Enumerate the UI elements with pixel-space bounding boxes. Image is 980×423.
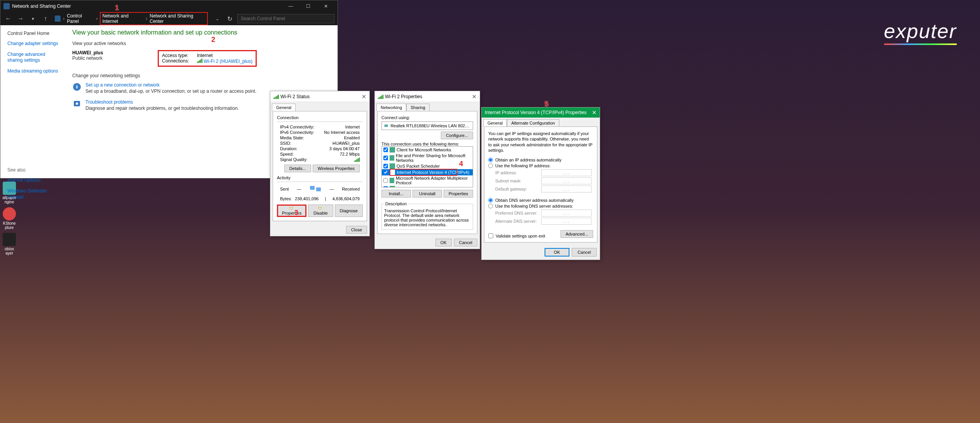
cancel-button[interactable]: Cancel (454, 239, 477, 246)
radio-label: Use the following DNS server addresses: (495, 204, 573, 208)
tab-alternate-config[interactable]: Alternate Configuration (507, 119, 559, 127)
sidebar: Control Panel Home Change adapter settin… (0, 25, 64, 178)
list-item[interactable]: Client for Microsoft Networks (382, 147, 473, 153)
list-item[interactable]: Microsoft Network Adapter Multiplexor Pr… (382, 175, 473, 185)
ip-address-field[interactable]: . . . (541, 169, 592, 176)
disable-button[interactable]: 🛡Disable (308, 205, 333, 217)
breadcrumb-segment[interactable]: Control Panel (67, 13, 94, 24)
item-checkbox[interactable] (383, 164, 388, 168)
cancel-button[interactable]: Cancel (572, 248, 597, 257)
desktop-icon[interactable]: oblox ayer (2, 233, 17, 255)
wireless-properties-button[interactable]: Wireless Properties (313, 165, 360, 172)
advanced-button[interactable]: Advanced... (560, 230, 593, 238)
refresh-button[interactable]: ↻ (225, 15, 234, 23)
section-title: Change your networking settings (72, 73, 330, 78)
dialog-title: Internet Protocol Version 4 (TCP/IPv4) P… (485, 110, 587, 115)
breadcrumb-segment[interactable]: Network and Sharing Center (150, 13, 205, 24)
field-label: Duration: (280, 146, 298, 151)
sidebar-link[interactable]: Media streaming options (7, 68, 61, 75)
field-label: SSID: (280, 141, 291, 146)
close-button[interactable]: ✕ (592, 109, 597, 116)
sidebar-seealso-title: See also (7, 167, 61, 173)
details-button[interactable]: Details... (284, 165, 311, 172)
adapter-icon (384, 123, 388, 128)
item-checkbox[interactable] (383, 178, 388, 183)
maximize-button[interactable]: ☐ (299, 1, 317, 12)
shield-icon: 🛡 (318, 206, 322, 211)
close-button[interactable]: ✕ (362, 94, 366, 100)
svg-rect-5 (385, 125, 388, 127)
setup-connection-link[interactable]: Set up a new connection or network (85, 82, 256, 88)
search-input[interactable] (237, 14, 334, 23)
install-button[interactable]: Install... (381, 190, 411, 198)
ok-button[interactable]: OK (435, 239, 452, 246)
list-item[interactable]: Internet Protocol Version 4 (TCP/IPv4) (382, 169, 473, 175)
diagnose-button[interactable]: Diagnose (335, 205, 363, 217)
obtain-dns-auto-radio[interactable] (488, 198, 493, 203)
dialog-titlebar: Wi-Fi 2 Status ✕ (270, 91, 369, 102)
list-item[interactable]: Microsoft LLDP Protocol Driver (382, 185, 473, 187)
desktop-icon[interactable]: KStone pture (2, 207, 17, 230)
close-button[interactable]: ✕ (317, 1, 334, 12)
item-checkbox[interactable] (383, 156, 388, 160)
annotation-number: 3 (294, 209, 298, 217)
troubleshoot-link[interactable]: Troubleshoot problems (85, 99, 239, 105)
properties-button[interactable]: 🛡Properties (277, 205, 306, 217)
close-button[interactable]: Close (346, 226, 367, 234)
exputer-logo: exputer (884, 19, 957, 45)
annotation-number: 5 (545, 100, 548, 108)
sidebar-home[interactable]: Control Panel Home (7, 31, 61, 36)
validate-checkbox[interactable] (488, 233, 493, 238)
up-button[interactable]: ↑ (41, 15, 50, 22)
description-title: Description (384, 201, 408, 206)
properties-button[interactable]: Properties (444, 190, 473, 198)
configure-button[interactable]: Configure... (441, 132, 473, 139)
radio-label: Obtain DNS server address automatically (495, 198, 574, 203)
forward-button[interactable]: → (16, 15, 25, 22)
shield-icon: 🛡 (289, 206, 293, 211)
tab-networking[interactable]: Networking (376, 104, 406, 111)
breadcrumb-segment[interactable]: Network and Internet (102, 13, 143, 24)
tab-general[interactable]: General (272, 104, 296, 111)
dialog-titlebar: Wi-Fi 2 Properties ✕ (375, 91, 480, 102)
item-text: Internet Protocol Version 4 (TCP/IPv4) (397, 170, 469, 175)
sidebar-link[interactable]: Change adapter settings (7, 41, 61, 47)
obtain-ip-auto-radio[interactable] (488, 158, 493, 162)
tab-sharing[interactable]: Sharing (406, 104, 430, 111)
ipv4-properties-dialog: Internet Protocol Version 4 (TCP/IPv4) P… (481, 107, 600, 260)
ok-button[interactable]: OK (545, 248, 569, 257)
use-dns-radio[interactable] (488, 204, 493, 208)
new-connection-icon (72, 82, 82, 92)
subnet-field[interactable]: . . . (541, 177, 592, 184)
minimize-button[interactable]: — (282, 1, 299, 12)
checkbox-label: Validate settings upon exit (496, 234, 545, 238)
back-button[interactable]: ← (3, 15, 13, 22)
sidebar-link[interactable]: Windows Defender Firewall (7, 188, 61, 200)
uninstall-button[interactable]: Uninstall (413, 190, 442, 198)
history-dropdown[interactable]: ⌄ (212, 16, 222, 21)
pref-dns-field[interactable]: . . . (541, 210, 592, 217)
item-text: QoS Packet Scheduler (397, 164, 440, 168)
alt-dns-field[interactable]: . . . (541, 218, 592, 225)
bytes-sent-value: 238,401,096 (295, 196, 319, 201)
gateway-field[interactable]: . . . (541, 185, 592, 192)
use-ip-radio[interactable] (488, 163, 493, 168)
gateway-label: Default gateway: (495, 187, 541, 191)
tab-general[interactable]: General (483, 119, 507, 127)
connection-link[interactable]: Wi-Fi 2 (HUAWEI_plus) (204, 59, 252, 64)
network-type: Public network (72, 55, 142, 61)
item-checkbox[interactable] (383, 170, 388, 175)
recent-button[interactable]: ▾ (28, 16, 38, 21)
field-value: Internet (345, 125, 360, 129)
item-checkbox[interactable] (383, 147, 388, 152)
sidebar-link[interactable]: Internet Options (7, 177, 61, 184)
adapter-name: Realtek RTL8188EU Wireless LAN 802.11n U… (390, 123, 470, 128)
close-button[interactable]: ✕ (472, 94, 477, 100)
sidebar-link[interactable]: Change advanced sharing settings (7, 52, 61, 64)
dialog-titlebar: Internet Protocol Version 4 (TCP/IPv4) P… (482, 107, 600, 118)
item-checkbox[interactable] (383, 186, 388, 187)
dialog-title: Wi-Fi 2 Status (280, 94, 310, 99)
navigation-bar: ← → ▾ ↑ › Control Panel › Network and In… (0, 12, 338, 25)
dialog-title: Wi-Fi 2 Properties (385, 94, 422, 99)
group-title: Activity (277, 175, 363, 180)
